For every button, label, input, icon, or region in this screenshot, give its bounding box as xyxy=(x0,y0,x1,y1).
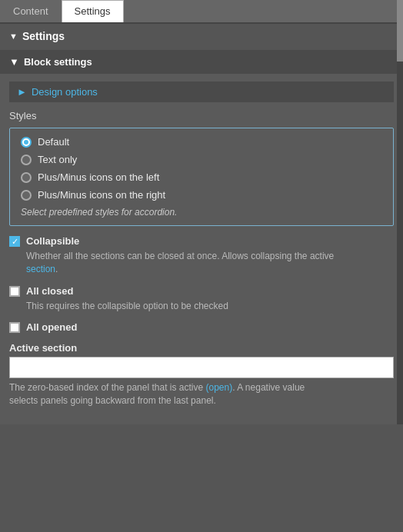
tab-content[interactable]: Content xyxy=(0,0,62,22)
all-opened-checkbox[interactable] xyxy=(9,322,20,333)
active-section-label: Active section xyxy=(9,342,394,354)
collapsible-link[interactable]: section xyxy=(26,264,55,274)
radio-plus-minus-left[interactable]: Plus/Minus icons on the left xyxy=(21,171,382,183)
styles-field: Styles Default Text only Plus/Minus icon… xyxy=(9,110,394,226)
tabs-bar: Content Settings xyxy=(0,0,403,24)
all-closed-field: All closed This requires the collapsible… xyxy=(9,285,394,313)
radio-plus-minus-left-input[interactable] xyxy=(21,172,32,183)
active-section-field: Active section The zero-based index of t… xyxy=(9,342,394,407)
styles-label: Styles xyxy=(9,110,394,121)
radio-text-only-label: Text only xyxy=(38,154,77,165)
all-closed-label: All closed xyxy=(26,285,73,297)
radio-plus-minus-right-input[interactable] xyxy=(21,190,32,201)
main-content: ► Design options Styles Default Text onl… xyxy=(0,74,403,424)
collapsible-checkbox-row: Collapsible xyxy=(9,235,394,247)
scrollbar-track xyxy=(397,0,403,424)
block-settings-label: Block settings xyxy=(24,56,92,68)
collapsible-checkbox[interactable] xyxy=(9,236,20,247)
active-section-hint-link: (open) xyxy=(206,382,233,393)
active-section-hint-before: The zero-based index of the panel that i… xyxy=(9,382,206,393)
block-settings-arrow-icon: ▼ xyxy=(9,56,19,68)
radio-text-only-input[interactable] xyxy=(21,155,32,165)
block-settings-header[interactable]: ▼ Block settings xyxy=(0,50,403,74)
all-opened-checkbox-row: All opened xyxy=(9,321,394,333)
active-section-hint: The zero-based index of the panel that i… xyxy=(9,381,394,407)
radio-plus-minus-left-label: Plus/Minus icons on the left xyxy=(38,171,159,183)
styles-hint: Select predefined styles for accordion. xyxy=(21,207,382,218)
radio-plus-minus-right[interactable]: Plus/Minus icons on the right xyxy=(21,189,382,201)
radio-plus-minus-right-label: Plus/Minus icons on the right xyxy=(38,189,165,201)
collapsible-label: Collapsible xyxy=(26,235,79,247)
radio-default-label: Default xyxy=(38,136,69,148)
styles-box: Default Text only Plus/Minus icons on th… xyxy=(9,128,394,226)
all-closed-description: This requires the collapsible option to … xyxy=(26,300,394,313)
scrollbar-thumb[interactable] xyxy=(397,0,403,62)
active-section-input[interactable] xyxy=(9,357,394,378)
settings-header-label: Settings xyxy=(22,30,65,42)
tab-settings[interactable]: Settings xyxy=(62,0,124,22)
all-closed-checkbox[interactable] xyxy=(9,286,20,297)
settings-arrow-icon: ▼ xyxy=(9,32,18,41)
radio-default[interactable]: Default xyxy=(21,136,382,148)
all-closed-checkbox-row: All closed xyxy=(9,285,394,297)
all-opened-field: All opened xyxy=(9,321,394,333)
all-opened-label: All opened xyxy=(26,321,77,333)
design-options-header[interactable]: ► Design options xyxy=(9,81,394,102)
radio-text-only[interactable]: Text only xyxy=(21,154,382,165)
collapsible-description: Whether all the sections can be closed a… xyxy=(26,250,394,276)
design-options-arrow-icon: ► xyxy=(17,86,27,98)
design-options-label: Design options xyxy=(32,86,98,98)
settings-section-header[interactable]: ▼ Settings xyxy=(0,24,403,48)
collapsible-field: Collapsible Whether all the sections can… xyxy=(9,235,394,276)
radio-default-input[interactable] xyxy=(21,137,32,148)
